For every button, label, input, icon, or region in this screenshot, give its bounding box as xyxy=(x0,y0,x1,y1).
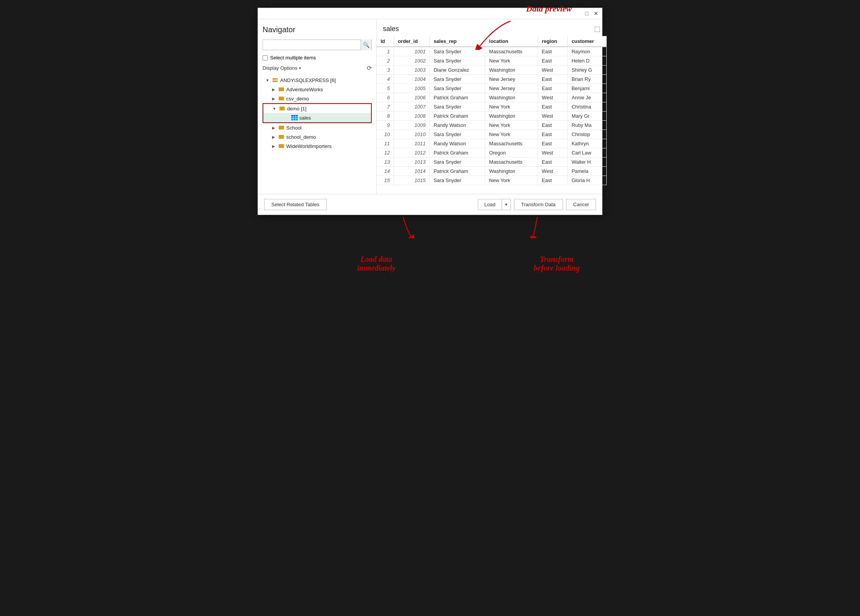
annotation-transform: Transformbefore loading xyxy=(534,255,579,273)
tree-table-sales[interactable]: ▶ xyxy=(263,113,371,122)
table-cell: 1002 xyxy=(394,56,430,66)
data-table: Id order_id sales_rep location region cu… xyxy=(377,36,607,185)
load-button-group: Load ▾ xyxy=(478,199,511,210)
arrow-transform xyxy=(526,215,549,238)
table-row: 91009Randy WatsonNew YorkEastRuby Ma xyxy=(377,121,607,130)
table-cell: 1 xyxy=(377,47,394,56)
schooldemo-expand-icon[interactable]: ▶ xyxy=(271,134,276,140)
schooldemo-label: school_demo xyxy=(286,134,316,140)
minimize-button[interactable]: □ xyxy=(584,10,590,16)
table-cell: Patrick Graham xyxy=(430,148,485,158)
demo-expand-icon[interactable]: ▼ xyxy=(272,106,277,111)
tree-db-schooldemo[interactable]: ▶ school_demo xyxy=(263,132,372,141)
table-cell: Annie Je xyxy=(568,93,607,102)
annotation-data-preview: Data preview xyxy=(526,4,572,14)
table-cell: East xyxy=(538,56,568,66)
annotations-below: Load dataimmediately Transformbefore loa… xyxy=(258,215,602,276)
table-cell: East xyxy=(538,176,568,185)
table-row: 131013Sara SnyderMassachusettsEastWalter… xyxy=(377,158,607,167)
table-cell: New York xyxy=(485,102,538,112)
table-cell: Gloria H xyxy=(568,176,607,185)
table-cell: 13 xyxy=(377,158,394,167)
wideworldimporters-expand-icon[interactable]: ▶ xyxy=(271,143,276,149)
adventureworks-label: AdventureWorks xyxy=(286,87,323,92)
refresh-icon[interactable]: ⟳ xyxy=(367,64,372,72)
adventureworks-db-icon xyxy=(278,86,285,93)
table-cell: Mary Gr xyxy=(568,112,607,121)
table-cell: Christina xyxy=(568,102,607,112)
table-cell: New Jersey xyxy=(485,75,538,84)
table-cell: Washington xyxy=(485,167,538,176)
tree-db-school[interactable]: ▶ School xyxy=(263,123,372,132)
search-bar: 🔍 xyxy=(263,39,372,50)
arrow-load xyxy=(399,215,422,238)
table-cell: New York xyxy=(485,121,538,130)
load-button[interactable]: Load xyxy=(478,199,502,210)
server-icon xyxy=(272,77,279,84)
csvdemo-db-icon xyxy=(278,95,285,102)
arrow-data-preview xyxy=(472,19,518,50)
table-cell: West xyxy=(538,93,568,102)
csvdemo-expand-icon[interactable]: ▶ xyxy=(271,96,276,101)
table-cell: 5 xyxy=(377,84,394,93)
demo-label: demo [1] xyxy=(287,106,307,112)
table-cell: Massachusetts xyxy=(485,158,538,167)
table-cell: Diane Gonzalez xyxy=(430,66,485,75)
col-header-id: Id xyxy=(377,36,394,47)
server-label: ANDY\SQLEXPRESS [6] xyxy=(280,77,336,83)
tree-db-wideworldimporters[interactable]: ▶ WideWorldImporters xyxy=(263,141,372,151)
table-cell: Helen D xyxy=(568,56,607,66)
transform-data-button[interactable]: Transform Data xyxy=(514,199,563,210)
table-cell: East xyxy=(538,102,568,112)
display-options-chevron-icon: ▾ xyxy=(299,66,301,70)
demo-group: ▼ demo [1] ▶ xyxy=(263,103,372,123)
table-cell: New Jersey xyxy=(485,84,538,93)
table-row: 111011Randy WatsonMassachusettsEastKathr… xyxy=(377,139,607,148)
tree-server-item[interactable]: ▼ ANDY\SQLEXPRESS [6] xyxy=(263,76,372,85)
export-icon[interactable]: ⬚ xyxy=(594,25,601,33)
table-cell: 1010 xyxy=(394,130,430,139)
display-options-button[interactable]: Display Options ▾ xyxy=(263,65,301,71)
table-cell: 8 xyxy=(377,112,394,121)
table-cell: Pamela xyxy=(568,167,607,176)
table-cell: 9 xyxy=(377,121,394,130)
wideworldimporters-db-icon xyxy=(278,143,285,149)
tree-db-csvdemo[interactable]: ▶ csv_demo xyxy=(263,94,372,103)
load-dropdown-button[interactable]: ▾ xyxy=(502,199,511,210)
table-cell: Christop xyxy=(568,130,607,139)
adventureworks-expand-icon[interactable]: ▶ xyxy=(271,87,276,92)
table-cell: New York xyxy=(485,130,538,139)
table-cell: East xyxy=(538,75,568,84)
select-multiple-checkbox[interactable] xyxy=(263,55,268,61)
table-cell: West xyxy=(538,112,568,121)
tree-db-adventureworks[interactable]: ▶ AdventureWorks xyxy=(263,85,372,94)
cancel-button[interactable]: Cancel xyxy=(566,199,596,210)
table-row: 61006Patrick GrahamWashingtonWestAnnie J… xyxy=(377,93,607,102)
select-related-tables-button[interactable]: Select Related Tables xyxy=(264,199,327,210)
demo-db-icon xyxy=(279,105,286,112)
preview-title: sales xyxy=(383,25,399,33)
table-cell: 15 xyxy=(377,176,394,185)
table-cell: 12 xyxy=(377,148,394,158)
search-button[interactable]: 🔍 xyxy=(361,39,371,50)
table-cell: Sara Snyder xyxy=(430,56,485,66)
table-row: 121012Patrick GrahamOregonWestCarl Law xyxy=(377,148,607,158)
table-cell: East xyxy=(538,47,568,56)
server-expand-icon[interactable]: ▼ xyxy=(265,77,270,83)
table-row: 31003Diane GonzalezWashingtonWestShirley… xyxy=(377,66,607,75)
annotation-load: Load dataimmediately xyxy=(357,255,396,273)
table-cell: East xyxy=(538,130,568,139)
right-buttons: Load ▾ Transform Data Cancel xyxy=(478,199,596,210)
search-input[interactable] xyxy=(263,40,361,50)
tree-db-demo[interactable]: ▼ demo [1] xyxy=(263,104,371,113)
table-cell: 1008 xyxy=(394,112,430,121)
svg-rect-7 xyxy=(279,107,285,110)
school-expand-icon[interactable]: ▶ xyxy=(271,125,276,130)
svg-point-4 xyxy=(276,81,277,82)
table-row: 51005Sara SnyderNew JerseyEastBenjami xyxy=(377,84,607,93)
close-button[interactable]: ✕ xyxy=(593,10,599,16)
table-row: 151015Sara SnyderNew YorkEastGloria H xyxy=(377,176,607,185)
table-cell: Patrick Graham xyxy=(430,112,485,121)
table-row: 101010Sara SnyderNew YorkEastChristop xyxy=(377,130,607,139)
data-table-scroll[interactable]: Id order_id sales_rep location region cu… xyxy=(377,36,607,194)
